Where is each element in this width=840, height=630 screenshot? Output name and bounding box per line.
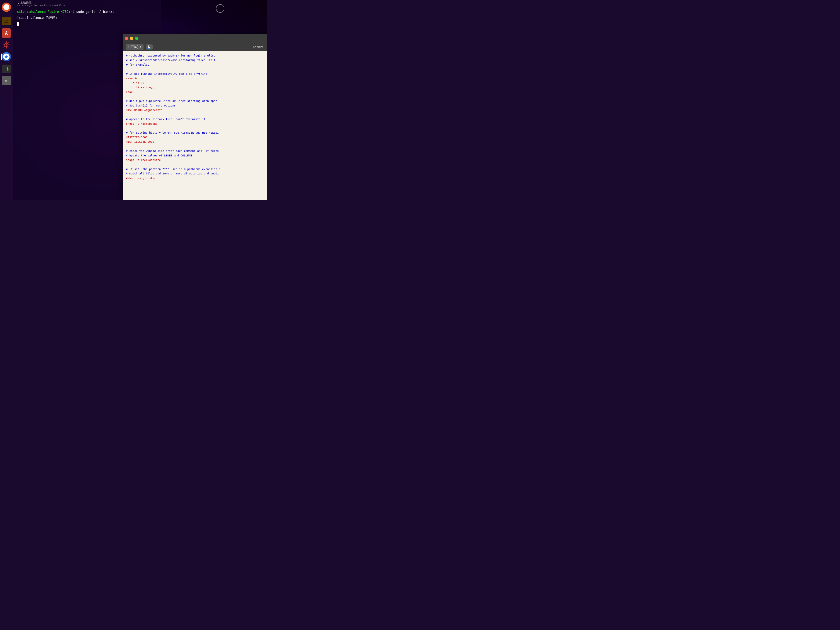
gedit-toolbar: 打开(O) ▼ 💾 .bashrc: [123, 43, 267, 51]
code-line: # If set, the pattern "**" used in a pat…: [126, 167, 264, 171]
taskbar-terminal[interactable]: _$: [1, 63, 11, 74]
gedit-content[interactable]: # ~/.bashrc: executed by bash(1) for non…: [123, 51, 267, 200]
settings-icon: [2, 40, 11, 49]
code-line: #shopt -s globstar: [126, 176, 264, 180]
taskbar-appstore[interactable]: A: [1, 28, 11, 38]
terminal-sudo-line: [sudo] silence 的密码：: [17, 15, 158, 21]
code-line: case $- in: [126, 76, 264, 81]
code-line: *i*) ;;: [126, 81, 264, 85]
code-line: *) return;;: [126, 85, 264, 90]
code-line: [126, 144, 264, 148]
taskbar-settings[interactable]: [1, 40, 11, 50]
terminal-content: silence@silence-Aspire-4752:~ silence@si…: [17, 3, 158, 26]
files-icon: 🗂: [4, 19, 9, 24]
code-line: HISTCONTROL=ignoreboth: [126, 108, 264, 112]
code-line: HISTSIZE=1000: [126, 135, 264, 139]
code-line: # match all files and zero or more direc…: [126, 171, 264, 176]
code-line: shopt -s checkwinsize: [126, 158, 264, 162]
gedit-window: 打开(O) ▼ 💾 .bashrc # ~/.bashrc: executed …: [123, 34, 267, 200]
top-bar: 文本编辑器: [17, 1, 32, 5]
taskbar-files[interactable]: 🗂: [1, 16, 11, 26]
code-line: # append to the history file, don't over…: [126, 117, 264, 121]
taskbar-ubuntu[interactable]: [1, 2, 11, 12]
code-line: [126, 67, 264, 71]
terminal-cursor-line: [17, 21, 158, 26]
taskbar-text-editor[interactable]: ✏: [1, 75, 11, 85]
sudo-prompt: [sudo] silence 的密码：: [17, 16, 58, 20]
open-button[interactable]: 打开(O) ▼: [126, 44, 144, 50]
code-line: HISTFILESIZE=2000: [126, 139, 264, 144]
terminal-prompt-line: silence@silence-Aspire-4752:~$ sudo gedi…: [17, 9, 158, 14]
code-line: # for examples: [126, 62, 264, 67]
close-button[interactable]: [125, 36, 128, 40]
code-line: # check the window size after each comma…: [126, 148, 264, 153]
code-line: [126, 112, 264, 117]
terminal-taskbar-icon: _$: [2, 65, 11, 73]
taskbar-browser[interactable]: [1, 52, 11, 62]
code-line: [126, 94, 264, 99]
code-line: # See bash(1) for more options: [126, 103, 264, 108]
appstore-icon: A: [2, 28, 11, 38]
browser-icon: [2, 52, 11, 62]
terminal-prompt: silence@silence-Aspire-4752:~$: [17, 10, 74, 14]
svg-point-1: [6, 44, 7, 46]
code-line: [126, 126, 264, 130]
ubuntu-icon: [2, 3, 11, 12]
code-line: # see /usr/share/doc/bash/examples/start…: [126, 58, 264, 62]
code-line: shopt -s histappend: [126, 122, 264, 126]
svg-line-8: [8, 42, 9, 43]
save-button[interactable]: 💾: [146, 44, 153, 49]
save-icon: 💾: [147, 45, 151, 49]
taskbar: 🗂 A: [0, 0, 13, 200]
camera-circle: [216, 4, 224, 13]
filename-label: .bashrc: [251, 45, 264, 49]
minimize-button[interactable]: [130, 36, 133, 40]
terminal-previous-line: silence@silence-Aspire-4752:~: [17, 3, 158, 8]
code-line: # update the values of LINES and COLUMNS…: [126, 153, 264, 158]
maximize-button[interactable]: [135, 36, 139, 40]
code-line: [126, 163, 264, 167]
open-button-label: 打开(O): [128, 45, 138, 49]
svg-line-7: [8, 46, 9, 47]
code-line: # If not running interactively, don't do…: [126, 71, 264, 76]
svg-line-6: [3, 42, 5, 43]
text-editor-icon: ✏: [2, 76, 11, 85]
open-dropdown-icon: ▼: [139, 46, 141, 48]
gedit-titlebar: [123, 34, 267, 43]
code-line: # ~/.bashrc: executed by bash(1) for non…: [126, 53, 264, 58]
top-bar-label: 文本编辑器: [17, 1, 32, 5]
code-line: # for setting history length see HISTSIZ…: [126, 130, 264, 135]
code-line: # don't put duplicate lines or lines sta…: [126, 99, 264, 103]
terminal-command: sudo gedit ~/.bashrc: [74, 10, 115, 14]
code-line: esac: [126, 90, 264, 94]
terminal-cursor: [17, 22, 19, 25]
active-indicator: [1, 54, 2, 60]
svg-line-9: [3, 46, 5, 47]
